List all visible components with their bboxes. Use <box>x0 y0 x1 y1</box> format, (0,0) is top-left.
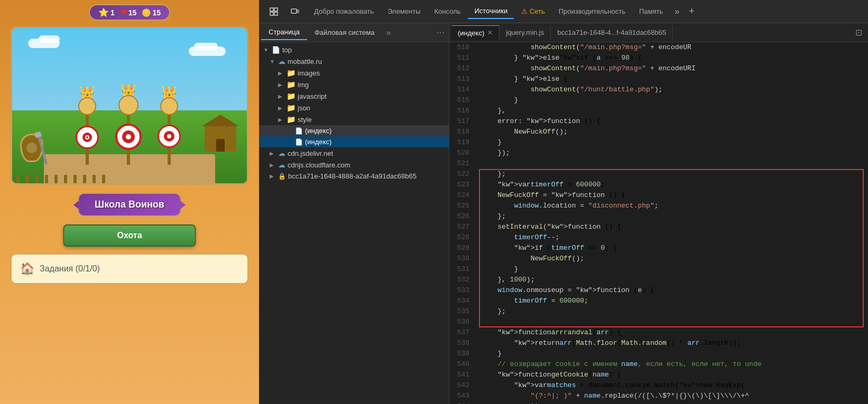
sources-tabs: Страница Файловая система » ⋯ <box>259 23 449 42</box>
folder-icon: 📁 <box>287 115 296 124</box>
line-number-514: 514 <box>449 84 473 95</box>
tab-elements[interactable]: Элементы <box>381 4 427 18</box>
line-number-529: 529 <box>449 243 473 253</box>
tree-item-index-2[interactable]: 📄 (индекс) <box>259 136 449 147</box>
code-line-541: "kw">function getCookie(name) { <box>481 370 868 380</box>
line-number-530: 530 <box>449 253 473 264</box>
tab-console[interactable]: Консоль <box>428 4 467 18</box>
sources-tab-filesystem[interactable]: Файловая система <box>307 25 382 40</box>
code-line-531: } <box>481 264 868 275</box>
responsive-button[interactable] <box>287 3 303 20</box>
code-line-526: }; <box>481 211 868 222</box>
more-tabs-button[interactable]: » <box>670 5 684 18</box>
arrow-icon: ▶ <box>278 82 284 88</box>
school-banner: Школа Воинов <box>78 193 181 217</box>
line-number-515: 515 <box>449 95 473 106</box>
expand-panel-button[interactable]: ⊡ <box>851 25 866 40</box>
line-number-521: 521 <box>449 158 473 169</box>
svg-rect-0 <box>270 8 273 11</box>
cloud-icon: ☁ <box>278 57 285 65</box>
code-line-527: setInterval("kw">function () { <box>481 222 868 232</box>
tree-item-cloudflare[interactable]: ▶ ☁ cdnjs.cloudflare.com <box>259 159 449 171</box>
file-icon: 📄 <box>295 138 303 146</box>
tree-item-bcc1a71e[interactable]: ▶ 🔒 bcc1a71e-1648-4888-a2af-4a91dac68b65 <box>259 171 449 182</box>
hunt-label: Охота <box>117 231 142 240</box>
code-line-537: "kw">function arrrandval(arr) { <box>481 327 868 338</box>
folder-icon: 📁 <box>287 69 296 77</box>
code-lines[interactable]: showContent("/main.php?msg=" + encodeUR … <box>477 42 868 404</box>
line-number-540: 540 <box>449 359 473 370</box>
code-line-513: } "kw">else { <box>481 74 868 84</box>
tree-item-json[interactable]: ▶ 📁 json <box>259 102 449 114</box>
arrow-icon: ▶ <box>270 162 276 168</box>
tab-performance[interactable]: Производительность <box>552 4 632 18</box>
tree-label-images: images <box>298 69 320 77</box>
tree-item-img[interactable]: ▶ 📁 img <box>259 79 449 90</box>
code-line-543: "(?:^|; )" + name.replace(/([\.\$?*|{}\(… <box>481 391 868 401</box>
banner-text: Школа Воинов <box>95 199 164 210</box>
code-line-534: timerOff = 600000; <box>481 296 868 306</box>
code-line-517: error: "kw">function () { <box>481 116 868 127</box>
tasks-icon: 🏠 <box>20 262 34 276</box>
tree-item-top[interactable]: ▼ 📄 top <box>259 44 449 55</box>
tab-network[interactable]: ⚠ Сеть <box>515 4 551 18</box>
svg-rect-5 <box>297 10 299 13</box>
sources-tab-opts[interactable]: ⋯ <box>434 25 447 40</box>
tree-item-index-1[interactable]: 📄 (индекс) <box>259 125 449 136</box>
code-line-523: "kw">var timerOff = 600000; <box>481 180 868 190</box>
coins-indicator: 🪙 15 <box>142 8 161 17</box>
code-line-524: NewFuckOff = "kw">function () { <box>481 190 868 201</box>
arrow-icon: ▶ <box>278 93 284 99</box>
tree-label-bcc1: bcc1a71e-1648-4888-a2af-4a91dac68b65 <box>288 172 417 180</box>
line-number-541: 541 <box>449 370 473 380</box>
add-tab-button[interactable]: + <box>685 4 699 19</box>
code-line-510: showContent("/main.php?msg=" + encodeUR <box>481 42 868 53</box>
editor-tab-bcc1[interactable]: bcc1a71e-1648-4...f-4a91dac68b65 <box>551 25 673 40</box>
code-line-536 <box>481 317 868 327</box>
editor-tab-index[interactable]: (индекс) ✕ <box>451 25 500 40</box>
sources-tab-page[interactable]: Страница <box>261 25 307 40</box>
line-number-539: 539 <box>449 349 473 359</box>
tree-item-mobattle[interactable]: ▼ ☁ mobattle.ru <box>259 55 449 67</box>
line-number-531: 531 <box>449 264 473 275</box>
tree-item-images[interactable]: ▶ 📁 images <box>259 67 449 79</box>
code-line-516: }, <box>481 106 868 116</box>
tree-item-style[interactable]: ▶ 📁 style <box>259 114 449 125</box>
inspect-button[interactable] <box>265 3 282 20</box>
line-number-538: 538 <box>449 338 473 349</box>
code-line-533: window.onmouseup = "kw">function (e) { <box>481 285 868 296</box>
heart-icon: ❤ <box>120 7 127 17</box>
line-number-523: 523 <box>449 180 473 190</box>
line-number-510: 510 <box>449 42 473 53</box>
code-line-528: timerOff--; <box>481 232 868 243</box>
tree-label-index1: (индекс) <box>305 127 331 135</box>
code-line-525: window.location = "disconnect.php"; <box>481 201 868 211</box>
tree-label-index2: (индекс) <box>305 138 331 146</box>
arrow-icon: ▼ <box>270 59 276 64</box>
tree-item-javascript[interactable]: ▶ 📁 javascript <box>259 90 449 102</box>
game-header: ⭐ 1 ❤ 15 🪙 15 <box>89 4 170 21</box>
code-line-535: }; <box>481 306 868 317</box>
tab-close-button[interactable]: ✕ <box>487 29 493 36</box>
code-line-532: }, 1000); <box>481 275 868 285</box>
devtools-topbar: Добро пожаловать Элементы Консоль Источн… <box>259 0 868 23</box>
line-number-534: 534 <box>449 296 473 306</box>
sources-tab-more[interactable]: » <box>384 26 393 40</box>
line-number-542: 542 <box>449 380 473 391</box>
tab-sources[interactable]: Источники <box>468 4 514 19</box>
line-number-544: 544 <box>449 401 473 404</box>
line-number-520: 520 <box>449 148 473 158</box>
line-number-512: 512 <box>449 63 473 74</box>
hunt-button[interactable]: Охота <box>63 224 196 247</box>
line-number-513: 513 <box>449 74 473 84</box>
tree-label-mobattle: mobattle.ru <box>288 58 322 65</box>
code-line-542: "kw">var matches = document.cookie.match… <box>481 380 868 391</box>
tab-welcome[interactable]: Добро пожаловать <box>308 4 380 18</box>
line-number-535: 535 <box>449 306 473 317</box>
svg-rect-2 <box>270 12 273 15</box>
building <box>205 125 236 152</box>
tree-item-jsdelivr[interactable]: ▶ ☁ cdn.jsdelivr.net <box>259 147 449 159</box>
tab-memory[interactable]: Память <box>633 4 669 18</box>
editor-tab-jquery[interactable]: jquery.min.js <box>500 25 551 40</box>
devtools-tabs: Добро пожаловать Элементы Консоль Источн… <box>308 4 862 19</box>
